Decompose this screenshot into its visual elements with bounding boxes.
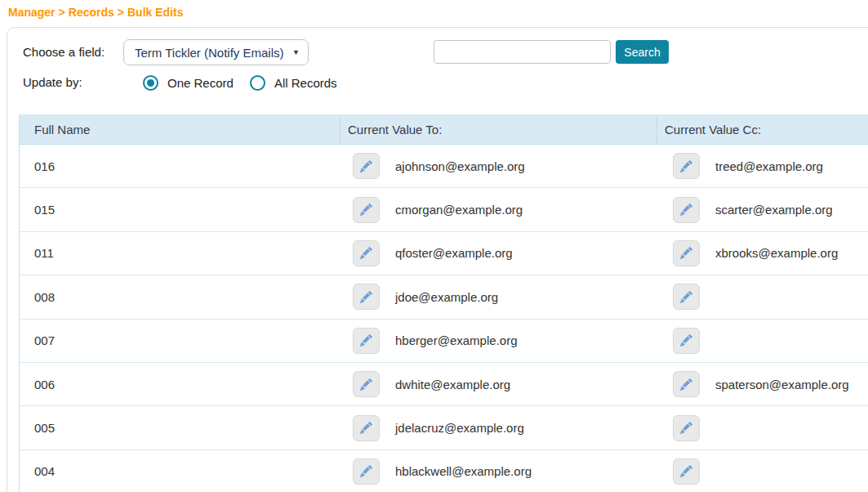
edit-cc-button[interactable] — [673, 240, 700, 266]
to-value: qfoster@example.org — [395, 246, 513, 260]
full-name-cell: 016 — [20, 159, 341, 173]
table-row: 011 qfoster@example.org xbrooks@example.… — [20, 232, 868, 275]
search-button[interactable]: Search — [616, 40, 669, 64]
table-row: 007 hberger@example.org — [20, 320, 868, 363]
pencil-icon — [360, 204, 372, 216]
dropdown-arrow-icon: ▼ — [292, 48, 300, 56]
table-body: 016 ajohnson@example.org treed@example.o… — [20, 145, 868, 492]
page: Manager>Records>Bulk Edits Choose a fiel… — [0, 0, 868, 492]
edit-cc-button[interactable] — [673, 153, 700, 179]
column-header-current-value-to: Current Value To: — [341, 115, 657, 144]
edit-cc-button[interactable] — [673, 284, 700, 310]
breadcrumb-item-manager[interactable]: Manager — [8, 6, 56, 19]
pencil-icon — [360, 422, 372, 434]
pencil-icon — [680, 378, 692, 391]
breadcrumb: Manager>Records>Bulk Edits — [8, 6, 183, 19]
pencil-icon — [680, 334, 692, 347]
breadcrumb-item-bulk-edits[interactable]: Bulk Edits — [127, 6, 183, 19]
edit-cc-button[interactable] — [673, 328, 700, 354]
radio-one-record-label: One Record — [167, 76, 234, 90]
cc-value: xbrooks@example.org — [715, 246, 838, 260]
current-value-to-cell: jdoe@example.org — [341, 284, 657, 310]
edit-to-button[interactable] — [353, 240, 380, 266]
update-by-radio-group: One Record All Records — [143, 70, 337, 95]
current-value-cc-cell — [657, 284, 868, 310]
pencil-icon — [360, 160, 372, 172]
to-value: hberger@example.org — [395, 333, 517, 347]
edit-to-button[interactable] — [353, 458, 380, 485]
current-value-to-cell: dwhite@example.org — [341, 371, 657, 397]
radio-unselected-icon — [250, 75, 265, 91]
table-row: 008 jdoe@example.org — [20, 275, 868, 319]
full-name-cell: 008 — [20, 290, 341, 304]
radio-one-record[interactable]: One Record — [143, 75, 234, 91]
breadcrumb-item-records[interactable]: Records — [69, 6, 114, 19]
pencil-icon — [360, 334, 372, 347]
pencil-icon — [680, 291, 692, 303]
pencil-icon — [360, 291, 372, 303]
radio-selected-icon — [143, 75, 158, 91]
pencil-icon — [680, 204, 692, 216]
pencil-icon — [680, 160, 692, 172]
field-select-value: Term Tickler (Notify Emails) — [135, 46, 287, 60]
to-value: cmorgan@example.org — [395, 203, 523, 217]
current-value-cc-cell: scarter@example.org — [657, 197, 868, 223]
current-value-cc-cell — [657, 415, 868, 441]
edit-to-button[interactable] — [353, 328, 380, 354]
edit-cc-button[interactable] — [673, 415, 700, 441]
current-value-cc-cell — [657, 328, 868, 354]
full-name-cell: 006 — [20, 378, 341, 391]
edit-to-button[interactable] — [353, 371, 380, 397]
pencil-icon — [680, 247, 692, 259]
edit-to-button[interactable] — [353, 197, 380, 223]
to-value: jdoe@example.org — [395, 290, 498, 304]
to-value: dwhite@example.org — [395, 378, 510, 391]
edit-to-button[interactable] — [353, 415, 380, 441]
pencil-icon — [360, 247, 372, 259]
pencil-icon — [360, 465, 372, 477]
edit-cc-button[interactable] — [673, 458, 700, 485]
cc-value: scarter@example.org — [715, 203, 833, 217]
edit-to-button[interactable] — [353, 284, 380, 310]
radio-all-records-label: All Records — [274, 76, 337, 90]
pencil-icon — [360, 378, 372, 391]
pencil-icon — [680, 422, 692, 434]
table-row: 005 jdelacruz@example.org — [20, 406, 868, 450]
full-name-cell: 015 — [20, 203, 341, 217]
full-name-cell: 005 — [20, 421, 341, 435]
to-value: jdelacruz@example.org — [395, 421, 524, 435]
column-header-full-name: Full Name — [20, 115, 341, 144]
radio-all-records[interactable]: All Records — [250, 75, 337, 91]
pencil-icon — [680, 465, 692, 477]
column-header-current-value-cc: Current Value Cc: — [657, 115, 868, 144]
edit-cc-button[interactable] — [673, 197, 700, 223]
table-row: 015 cmorgan@example.org scarter@example.… — [20, 188, 868, 231]
update-by-label: Update by: — [23, 70, 82, 95]
table-row: 004 hblackwell@example.org — [20, 450, 868, 492]
to-value: hblackwell@example.org — [395, 464, 532, 478]
edit-cc-button[interactable] — [673, 371, 700, 397]
full-name-cell: 007 — [20, 333, 341, 347]
current-value-to-cell: ajohnson@example.org — [341, 153, 657, 179]
table-row: 006 dwhite@example.org spaterson@example… — [20, 363, 868, 406]
cc-value: treed@example.org — [715, 159, 823, 173]
table-row: 016 ajohnson@example.org treed@example.o… — [20, 145, 868, 188]
current-value-to-cell: cmorgan@example.org — [341, 197, 657, 223]
field-select[interactable]: Term Tickler (Notify Emails) ▼ — [123, 39, 309, 65]
edit-to-button[interactable] — [353, 153, 380, 179]
choose-field-label: Choose a field: — [23, 39, 105, 65]
full-name-cell: 011 — [20, 246, 341, 260]
bulk-edits-panel: Choose a field: Term Tickler (Notify Ema… — [7, 27, 868, 492]
current-value-cc-cell: treed@example.org — [657, 153, 868, 179]
records-table: Full Name Current Value To: Current Valu… — [19, 114, 868, 492]
current-value-to-cell: qfoster@example.org — [341, 240, 657, 266]
current-value-cc-cell — [657, 458, 868, 485]
breadcrumb-separator: > — [114, 6, 127, 19]
to-value: ajohnson@example.org — [395, 159, 525, 173]
search-input[interactable] — [434, 40, 611, 64]
current-value-to-cell: hblackwell@example.org — [341, 458, 657, 485]
full-name-cell: 004 — [20, 464, 341, 478]
current-value-cc-cell: xbrooks@example.org — [657, 240, 868, 266]
current-value-cc-cell: spaterson@example.org — [657, 371, 868, 397]
breadcrumb-separator: > — [56, 6, 69, 19]
